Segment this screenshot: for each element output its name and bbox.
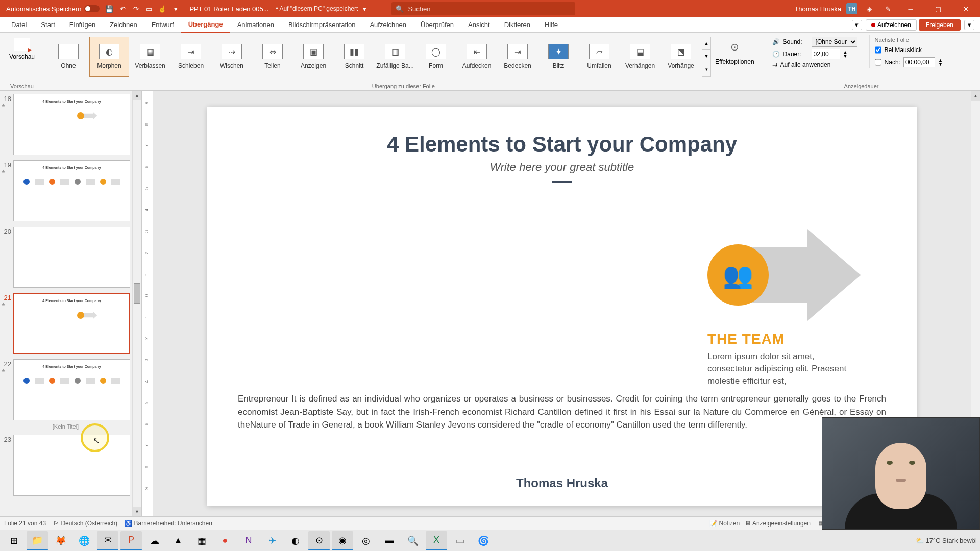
tab-datei[interactable]: Datei — [4, 17, 34, 33]
search-box[interactable]: 🔍 — [391, 2, 575, 15]
thumbnail-19[interactable]: 19★ 4 Elements to Start your Company — [1, 160, 130, 221]
thumb-slide[interactable]: 4 Elements to Start your Company — [13, 94, 130, 155]
obs-icon[interactable]: ◉ — [332, 531, 353, 550]
weather-widget[interactable]: ⛅ 17°C Stark bewöl — [916, 537, 977, 544]
slide-subtitle[interactable]: Write here your great subtitle — [238, 161, 886, 174]
app-icon-3[interactable]: ● — [214, 531, 236, 550]
app-icon-5[interactable]: ⊙ — [308, 531, 330, 550]
scroll-track[interactable] — [133, 100, 141, 507]
thumb-slide-active[interactable]: 4 Elements to Start your Company — [13, 293, 130, 354]
tab-aufzeichnen[interactable]: Aufzeichnen — [362, 17, 413, 33]
transition-blitz[interactable]: ✦Blitz — [538, 37, 578, 77]
tab-hilfe[interactable]: Hilfe — [537, 17, 565, 33]
coming-soon-icon[interactable]: ✎ — [883, 4, 893, 14]
on-mouse-click-checkbox[interactable] — [875, 45, 881, 55]
transition-teilen[interactable]: ⇔Teilen — [253, 37, 292, 77]
telegram-icon[interactable]: ✈ — [261, 531, 283, 550]
tab-ansicht[interactable]: Ansicht — [461, 17, 497, 33]
file-explorer-icon[interactable]: 📁 — [27, 531, 48, 550]
user-name[interactable]: Thomas Hruska — [794, 5, 841, 13]
team-heading[interactable]: THE TEAM — [707, 331, 850, 347]
tab-animationen[interactable]: Animationen — [230, 17, 281, 33]
search-input[interactable] — [408, 5, 571, 13]
save-status-dropdown-icon[interactable]: ▾ — [359, 4, 370, 14]
gallery-expand[interactable]: ▾ — [702, 63, 710, 76]
excel-icon[interactable]: X — [426, 531, 447, 550]
thumbnail-21[interactable]: 21★ 4 Elements to Start your Company — [1, 293, 130, 354]
start-menu-button[interactable]: ⊞ — [3, 531, 24, 550]
transition-wischen[interactable]: ⇢Wischen — [212, 37, 252, 77]
autosave-toggle[interactable]: Automatisches Speichern — [3, 5, 103, 13]
tab-bildschirmpraesentation[interactable]: Bildschirmpräsentation — [281, 17, 363, 33]
slide-title[interactable]: 4 Elements to Start your Company — [238, 132, 886, 157]
team-badge[interactable]: 👥 — [707, 244, 769, 306]
after-time-input[interactable] — [903, 57, 935, 67]
after-spinner[interactable]: ▲▼ — [938, 58, 943, 66]
apply-all-button[interactable]: ⇉ Auf alle anwenden — [772, 61, 864, 68]
transition-ohne[interactable]: Ohne — [48, 37, 88, 77]
preview-button[interactable]: Vorschau — [4, 35, 40, 63]
scroll-up-button[interactable]: ▲ — [133, 91, 141, 100]
sound-select[interactable]: [Ohne Sound] — [812, 37, 857, 47]
transition-umfallen[interactable]: ▱Umfallen — [579, 37, 619, 77]
transition-schieben[interactable]: ⇥Schieben — [171, 37, 211, 77]
start-from-beginning-icon[interactable]: ▭ — [144, 4, 154, 14]
team-text-block[interactable]: THE TEAM Lorem ipsum dolor sit amet, con… — [707, 331, 850, 387]
after-checkbox[interactable] — [875, 57, 881, 67]
effect-options-button[interactable]: ⊙ Effektoptionen — [711, 35, 758, 77]
tab-entwurf[interactable]: Entwurf — [144, 17, 181, 33]
close-button[interactable]: ✕ — [954, 0, 977, 17]
thumbnail-23[interactable]: 23 — [1, 435, 130, 496]
app-icon-2[interactable]: ▦ — [191, 531, 212, 550]
thumbnail-22[interactable]: 22★ 4 Elements to Start your Company [Ke… — [1, 359, 130, 430]
redo-icon[interactable]: ↷ — [131, 4, 141, 14]
thumb-slide[interactable] — [13, 435, 130, 496]
tab-diktieren[interactable]: Diktieren — [497, 17, 537, 33]
share-button[interactable]: Freigeben — [919, 19, 961, 31]
ribbon-collapse-icon[interactable]: ▾ — [852, 20, 862, 30]
tab-zeichnen[interactable]: Zeichnen — [103, 17, 144, 33]
duration-input[interactable] — [812, 49, 840, 59]
slide-footer[interactable]: Thomas Hruska — [207, 476, 917, 490]
tab-einfuegen[interactable]: Einfügen — [62, 17, 103, 33]
transition-anzeigen[interactable]: ▣Anzeigen — [293, 37, 333, 77]
vlc-icon[interactable]: ▲ — [167, 531, 189, 550]
accessibility-check[interactable]: ♿ Barrierefreiheit: Untersuchen — [125, 520, 212, 527]
onenote-icon[interactable]: N — [238, 531, 259, 550]
app-icon-9[interactable]: ▭ — [449, 531, 471, 550]
thumbnail-18[interactable]: 18★ 4 Elements to Start your Company — [1, 94, 130, 155]
gallery-scroll-down[interactable]: ▼ — [702, 50, 710, 63]
thumbnail-scrollbar[interactable]: ▲ ▼ — [132, 91, 141, 516]
save-status[interactable]: • Auf "diesem PC" gespeichert — [276, 5, 358, 12]
maximize-button[interactable]: ▢ — [927, 0, 949, 17]
slide-counter[interactable]: Folie 21 von 43 — [4, 520, 46, 527]
transition-form[interactable]: ◯Form — [416, 37, 456, 77]
tab-uebergaenge[interactable]: Übergänge — [181, 17, 230, 33]
transition-zufaellige[interactable]: ▥Zufällige Ba... — [375, 37, 415, 77]
chrome-icon[interactable]: 🌐 — [74, 531, 95, 550]
tab-ueberpruefen[interactable]: Überprüfen — [413, 17, 461, 33]
transition-morphen[interactable]: ◐Morphen — [89, 37, 129, 77]
autosave-switch[interactable] — [84, 5, 100, 12]
thumb-slide[interactable]: 4 Elements to Start your Company — [13, 160, 130, 221]
undo-icon[interactable]: ↶ — [117, 4, 128, 14]
scroll-thumb[interactable] — [134, 283, 140, 304]
app-icon-8[interactable]: 🔍 — [402, 531, 424, 550]
gallery-scroll-up[interactable]: ▲ — [702, 37, 710, 50]
thumb-slide[interactable]: 4 Elements to Start your Company — [13, 359, 130, 420]
app-icon-6[interactable]: ◎ — [355, 531, 377, 550]
transition-verhaengen[interactable]: ⬓Verhängen — [620, 37, 660, 77]
team-body[interactable]: Lorem ipsum dolor sit amet, consectetur … — [707, 350, 850, 387]
transition-schnitt[interactable]: ▮▮Schnitt — [334, 37, 374, 77]
minimize-button[interactable]: ─ — [899, 0, 922, 17]
canvas-scroll-up[interactable]: ▲ — [971, 91, 980, 101]
app-icon-1[interactable]: ☁ — [144, 531, 165, 550]
app-icon-4[interactable]: ◐ — [285, 531, 306, 550]
thumb-slide[interactable] — [13, 227, 130, 288]
touch-mode-icon[interactable]: ☝ — [157, 4, 167, 14]
save-icon[interactable]: 💾 — [104, 4, 114, 14]
share-dropdown-icon[interactable]: ▾ — [964, 20, 974, 30]
powerpoint-icon[interactable]: P — [120, 531, 142, 550]
transition-bedecken[interactable]: ⇥Bedecken — [498, 37, 537, 77]
firefox-icon[interactable]: 🦊 — [50, 531, 71, 550]
